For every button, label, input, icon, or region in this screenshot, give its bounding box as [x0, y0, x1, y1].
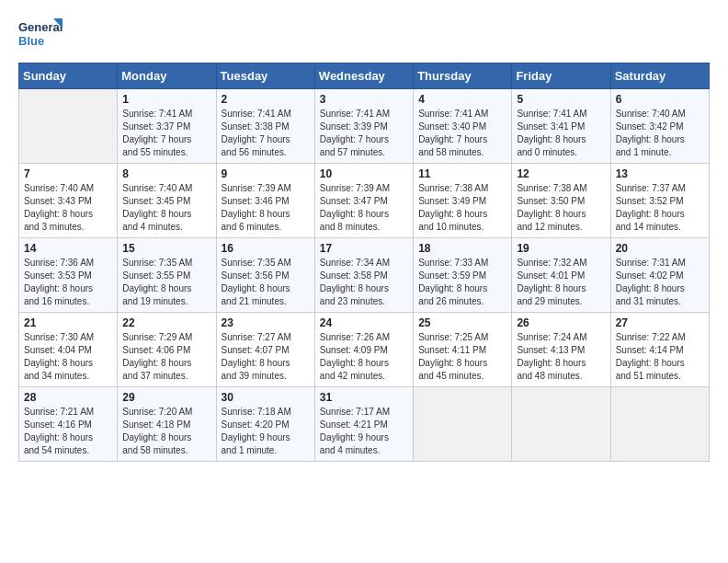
day-number: 16: [222, 242, 310, 255]
day-number: 5: [517, 93, 605, 106]
day-info: Sunrise: 7:41 AM Sunset: 3:38 PM Dayligh…: [222, 108, 310, 159]
calendar-cell: 3Sunrise: 7:41 AM Sunset: 3:39 PM Daylig…: [314, 89, 413, 164]
day-info: Sunrise: 7:38 AM Sunset: 3:49 PM Dayligh…: [418, 182, 506, 234]
svg-text:General: General: [18, 20, 63, 34]
day-number: 25: [418, 316, 506, 329]
day-number: 29: [122, 391, 210, 404]
day-number: 24: [320, 316, 408, 329]
day-number: 14: [24, 242, 112, 255]
calendar-day-header: Monday: [118, 63, 216, 89]
day-info: Sunrise: 7:32 AM Sunset: 4:01 PM Dayligh…: [517, 257, 605, 308]
svg-text:Blue: Blue: [18, 34, 44, 48]
calendar-day-header: Tuesday: [216, 63, 314, 89]
day-info: Sunrise: 7:33 AM Sunset: 3:59 PM Dayligh…: [418, 257, 506, 308]
day-info: Sunrise: 7:39 AM Sunset: 3:47 PM Dayligh…: [320, 182, 408, 234]
calendar-cell: 2Sunrise: 7:41 AM Sunset: 3:38 PM Daylig…: [216, 89, 314, 164]
day-number: 6: [616, 93, 704, 106]
calendar-cell: 30Sunrise: 7:18 AM Sunset: 4:20 PM Dayli…: [216, 387, 314, 462]
calendar-cell: 19Sunrise: 7:32 AM Sunset: 4:01 PM Dayli…: [512, 238, 610, 313]
day-number: 23: [222, 316, 310, 329]
day-number: 15: [122, 242, 210, 255]
day-number: 8: [122, 167, 210, 180]
day-info: Sunrise: 7:38 AM Sunset: 3:50 PM Dayligh…: [517, 182, 605, 234]
calendar-cell: 9Sunrise: 7:39 AM Sunset: 3:46 PM Daylig…: [216, 164, 314, 238]
day-info: Sunrise: 7:40 AM Sunset: 3:45 PM Dayligh…: [122, 182, 210, 234]
calendar-cell: 16Sunrise: 7:35 AM Sunset: 3:56 PM Dayli…: [216, 238, 314, 313]
logo-svg: General Blue: [18, 15, 64, 53]
calendar-day-header: Wednesday: [314, 63, 413, 89]
day-info: Sunrise: 7:30 AM Sunset: 4:04 PM Dayligh…: [24, 331, 112, 383]
day-number: 12: [517, 167, 605, 180]
calendar-day-header: Sunday: [19, 63, 118, 89]
day-number: 1: [122, 93, 210, 106]
day-info: Sunrise: 7:18 AM Sunset: 4:20 PM Dayligh…: [222, 406, 310, 457]
calendar-table: SundayMondayTuesdayWednesdayThursdayFrid…: [18, 63, 710, 462]
calendar-cell: [19, 89, 118, 164]
calendar-cell: 26Sunrise: 7:24 AM Sunset: 4:13 PM Dayli…: [512, 313, 610, 387]
calendar-cell: 17Sunrise: 7:34 AM Sunset: 3:58 PM Dayli…: [314, 238, 413, 313]
day-info: Sunrise: 7:29 AM Sunset: 4:06 PM Dayligh…: [122, 331, 210, 383]
day-info: Sunrise: 7:36 AM Sunset: 3:53 PM Dayligh…: [24, 257, 112, 308]
calendar-cell: 7Sunrise: 7:40 AM Sunset: 3:43 PM Daylig…: [19, 164, 118, 238]
day-number: 31: [320, 391, 408, 404]
day-info: Sunrise: 7:27 AM Sunset: 4:07 PM Dayligh…: [222, 331, 310, 383]
day-number: 18: [418, 242, 506, 255]
day-info: Sunrise: 7:24 AM Sunset: 4:13 PM Dayligh…: [517, 331, 605, 383]
day-info: Sunrise: 7:41 AM Sunset: 3:40 PM Dayligh…: [418, 108, 506, 159]
day-info: Sunrise: 7:25 AM Sunset: 4:11 PM Dayligh…: [418, 331, 506, 383]
day-info: Sunrise: 7:26 AM Sunset: 4:09 PM Dayligh…: [320, 331, 408, 383]
day-number: 20: [616, 242, 704, 255]
calendar-cell: 27Sunrise: 7:22 AM Sunset: 4:14 PM Dayli…: [610, 313, 709, 387]
day-info: Sunrise: 7:41 AM Sunset: 3:41 PM Dayligh…: [517, 108, 605, 159]
calendar-cell: 11Sunrise: 7:38 AM Sunset: 3:49 PM Dayli…: [414, 164, 512, 238]
day-number: 9: [222, 167, 310, 180]
day-info: Sunrise: 7:35 AM Sunset: 3:56 PM Dayligh…: [222, 257, 310, 308]
calendar-cell: 1Sunrise: 7:41 AM Sunset: 3:37 PM Daylig…: [118, 89, 216, 164]
calendar-cell: 23Sunrise: 7:27 AM Sunset: 4:07 PM Dayli…: [216, 313, 314, 387]
day-info: Sunrise: 7:40 AM Sunset: 3:43 PM Dayligh…: [24, 182, 112, 234]
calendar-cell: 10Sunrise: 7:39 AM Sunset: 3:47 PM Dayli…: [314, 164, 413, 238]
day-number: 26: [517, 316, 605, 329]
day-info: Sunrise: 7:20 AM Sunset: 4:18 PM Dayligh…: [122, 406, 210, 457]
calendar-cell: 20Sunrise: 7:31 AM Sunset: 4:02 PM Dayli…: [610, 238, 709, 313]
calendar-cell: 18Sunrise: 7:33 AM Sunset: 3:59 PM Dayli…: [414, 238, 512, 313]
day-number: 17: [320, 242, 408, 255]
calendar-cell: 14Sunrise: 7:36 AM Sunset: 3:53 PM Dayli…: [19, 238, 118, 313]
day-info: Sunrise: 7:41 AM Sunset: 3:39 PM Dayligh…: [320, 108, 408, 159]
calendar-day-header: Thursday: [414, 63, 512, 89]
day-number: 3: [320, 93, 408, 106]
calendar-day-header: Friday: [512, 63, 610, 89]
day-number: 2: [222, 93, 310, 106]
day-info: Sunrise: 7:34 AM Sunset: 3:58 PM Dayligh…: [320, 257, 408, 308]
day-info: Sunrise: 7:31 AM Sunset: 4:02 PM Dayligh…: [616, 257, 704, 308]
day-number: 30: [222, 391, 310, 404]
calendar-cell: 21Sunrise: 7:30 AM Sunset: 4:04 PM Dayli…: [19, 313, 118, 387]
day-info: Sunrise: 7:17 AM Sunset: 4:21 PM Dayligh…: [320, 406, 408, 457]
day-number: 13: [616, 167, 704, 180]
calendar-cell: [610, 387, 709, 462]
calendar-cell: 4Sunrise: 7:41 AM Sunset: 3:40 PM Daylig…: [414, 89, 512, 164]
day-number: 11: [418, 167, 506, 180]
day-number: 10: [320, 167, 408, 180]
day-info: Sunrise: 7:35 AM Sunset: 3:55 PM Dayligh…: [122, 257, 210, 308]
day-number: 22: [122, 316, 210, 329]
calendar-cell: 25Sunrise: 7:25 AM Sunset: 4:11 PM Dayli…: [414, 313, 512, 387]
calendar-cell: 15Sunrise: 7:35 AM Sunset: 3:55 PM Dayli…: [118, 238, 216, 313]
calendar-cell: 5Sunrise: 7:41 AM Sunset: 3:41 PM Daylig…: [512, 89, 610, 164]
calendar-cell: 8Sunrise: 7:40 AM Sunset: 3:45 PM Daylig…: [118, 164, 216, 238]
day-info: Sunrise: 7:21 AM Sunset: 4:16 PM Dayligh…: [24, 406, 112, 457]
day-number: 19: [517, 242, 605, 255]
calendar-cell: 28Sunrise: 7:21 AM Sunset: 4:16 PM Dayli…: [19, 387, 118, 462]
calendar-cell: 31Sunrise: 7:17 AM Sunset: 4:21 PM Dayli…: [314, 387, 413, 462]
day-info: Sunrise: 7:39 AM Sunset: 3:46 PM Dayligh…: [222, 182, 310, 234]
calendar-cell: 13Sunrise: 7:37 AM Sunset: 3:52 PM Dayli…: [610, 164, 709, 238]
calendar-day-header: Saturday: [610, 63, 709, 89]
calendar-cell: 24Sunrise: 7:26 AM Sunset: 4:09 PM Dayli…: [314, 313, 413, 387]
day-number: 28: [24, 391, 112, 404]
page-header: General Blue: [18, 15, 710, 53]
calendar-cell: [414, 387, 512, 462]
day-number: 7: [24, 167, 112, 180]
day-info: Sunrise: 7:37 AM Sunset: 3:52 PM Dayligh…: [616, 182, 704, 234]
day-info: Sunrise: 7:22 AM Sunset: 4:14 PM Dayligh…: [616, 331, 704, 383]
day-info: Sunrise: 7:41 AM Sunset: 3:37 PM Dayligh…: [122, 108, 210, 159]
